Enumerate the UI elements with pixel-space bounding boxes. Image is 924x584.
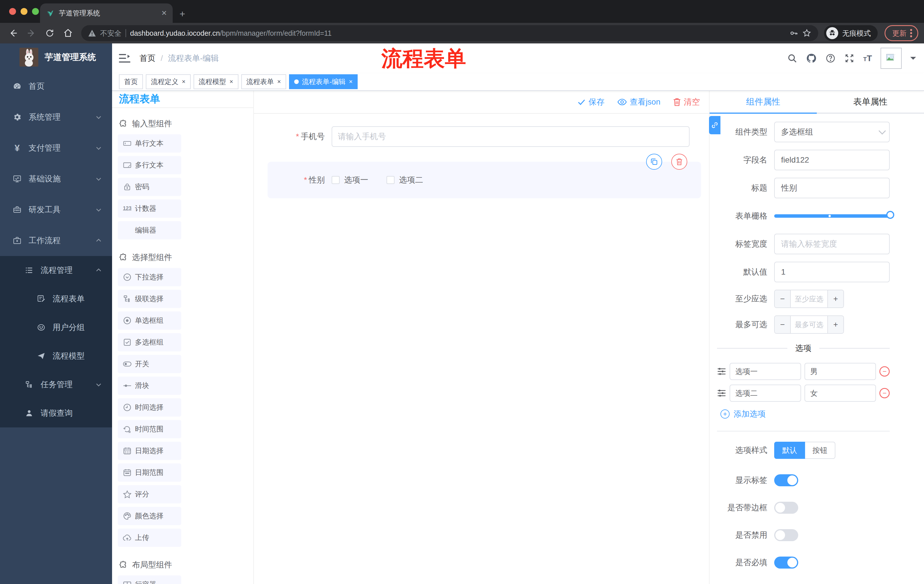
- palette-item-rate[interactable]: 评分: [118, 485, 181, 503]
- sidebar-item-workflow[interactable]: 工作流程: [0, 225, 112, 256]
- palette-item-password[interactable]: 密码: [118, 178, 181, 196]
- phone-input[interactable]: [332, 126, 690, 147]
- sidebar-item-process-model[interactable]: 流程模型: [0, 342, 112, 370]
- palette-item-time-range[interactable]: 时间范围: [118, 420, 181, 438]
- save-button[interactable]: 保存: [577, 97, 605, 107]
- tag-process-form-edit[interactable]: 流程表单-编辑×: [289, 74, 358, 89]
- forward-icon[interactable]: [24, 26, 39, 41]
- option-value-input[interactable]: [805, 385, 876, 402]
- address-bar[interactable]: 不安全 dashboard.yudao.iocoder.cn/bpm/manag…: [81, 25, 818, 41]
- github-icon[interactable]: [806, 53, 817, 64]
- fullscreen-icon[interactable]: [844, 53, 855, 63]
- palette-item-time-picker[interactable]: 时间选择: [118, 398, 181, 416]
- help-icon[interactable]: [825, 53, 836, 63]
- option-style-button[interactable]: 按钮: [805, 442, 835, 459]
- checkbox[interactable]: [332, 176, 340, 184]
- decrease-button[interactable]: −: [775, 316, 791, 333]
- tag-home[interactable]: 首页: [119, 74, 143, 89]
- tag-process-definition[interactable]: 流程定义×: [146, 74, 191, 89]
- palette-item-cascader[interactable]: 级联选择: [118, 290, 181, 308]
- window-controls[interactable]: [9, 8, 39, 15]
- search-icon[interactable]: [787, 53, 797, 63]
- required-toggle[interactable]: [774, 556, 798, 569]
- remove-option-button[interactable]: −: [879, 388, 890, 398]
- canvas-field-phone[interactable]: *手机号: [267, 126, 690, 147]
- sidebar-item-leave-query[interactable]: 请假查询: [0, 399, 112, 428]
- kebab-menu-icon[interactable]: [910, 29, 912, 38]
- sidebar-item-system[interactable]: 系统管理: [0, 102, 112, 133]
- tab-component-props[interactable]: 组件属性: [710, 91, 817, 113]
- sidebar-item-home[interactable]: 首页: [0, 71, 112, 102]
- increase-button[interactable]: +: [827, 290, 843, 308]
- browser-tab[interactable]: 芋道管理系统 ✕: [40, 3, 173, 23]
- show-label-toggle[interactable]: [774, 474, 798, 486]
- default-value-input[interactable]: [774, 262, 890, 282]
- tag-process-form[interactable]: 流程表单×: [241, 74, 286, 89]
- add-option-button[interactable]: + 添加选项: [721, 409, 890, 419]
- tag-close-icon[interactable]: ×: [349, 78, 353, 86]
- font-size-icon[interactable]: TT: [863, 53, 872, 63]
- key-icon[interactable]: [789, 29, 798, 38]
- close-window-button[interactable]: [9, 8, 16, 15]
- link-tag-button[interactable]: [709, 116, 721, 134]
- gender-option-1[interactable]: 选项一: [332, 174, 368, 186]
- sidebar-item-infrastructure[interactable]: 基础设施: [0, 163, 112, 194]
- option-label-input[interactable]: [729, 385, 801, 402]
- breadcrumb-home[interactable]: 首页: [140, 53, 155, 64]
- tag-process-model[interactable]: 流程模型×: [193, 74, 238, 89]
- new-tab-button[interactable]: +: [180, 8, 185, 20]
- field-name-input[interactable]: [774, 150, 890, 170]
- option-label-input[interactable]: [729, 363, 801, 380]
- hamburger-collapse-icon[interactable]: [119, 53, 130, 63]
- border-toggle[interactable]: [774, 502, 798, 514]
- sidebar-item-process-form[interactable]: 流程表单: [0, 285, 112, 313]
- tab-form-props[interactable]: 表单属性: [817, 91, 924, 113]
- back-icon[interactable]: [6, 26, 21, 41]
- max-select-placeholder[interactable]: 最多可选: [791, 316, 827, 333]
- palette-item-single-line-text[interactable]: 单行文本: [118, 134, 181, 153]
- drag-handle-icon[interactable]: [717, 389, 726, 397]
- drag-handle-icon[interactable]: [717, 367, 726, 375]
- palette-item-select[interactable]: 下拉选择: [118, 268, 181, 286]
- min-select-placeholder[interactable]: 至少应选: [791, 290, 827, 308]
- form-grid-slider[interactable]: [774, 206, 890, 226]
- tab-close-icon[interactable]: ✕: [161, 9, 167, 17]
- reload-icon[interactable]: [42, 26, 57, 41]
- delete-component-button[interactable]: [671, 154, 687, 170]
- palette-item-row-container[interactable]: 行容器: [118, 576, 181, 584]
- palette-item-slider[interactable]: 滑块: [118, 377, 181, 395]
- avatar[interactable]: [881, 48, 902, 69]
- palette-item-counter[interactable]: 123 计数器: [118, 199, 181, 218]
- palette-item-date-picker[interactable]: 日期选择: [118, 442, 181, 460]
- palette-item-date-range[interactable]: 日期范围: [118, 464, 181, 482]
- option-style-default[interactable]: 默认: [774, 442, 805, 459]
- increase-button[interactable]: +: [827, 316, 843, 333]
- clear-button[interactable]: 清空: [673, 97, 700, 107]
- maximize-window-button[interactable]: [32, 8, 39, 15]
- component-type-value[interactable]: [774, 122, 890, 142]
- disabled-toggle[interactable]: [774, 529, 798, 541]
- palette-item-switch[interactable]: 开关: [118, 355, 181, 373]
- palette-item-checkbox-group[interactable]: 多选框组: [118, 333, 181, 351]
- palette-item-multi-line-text[interactable]: 多行文本: [118, 156, 181, 174]
- slider-handle[interactable]: [886, 211, 894, 219]
- checkbox[interactable]: [386, 176, 394, 184]
- palette-item-radio-group[interactable]: 单选框组: [118, 311, 181, 330]
- palette-item-upload[interactable]: 上传: [118, 528, 181, 547]
- view-json-button[interactable]: 查看json: [617, 97, 660, 107]
- component-type-select[interactable]: [774, 122, 890, 142]
- bookmark-star-icon[interactable]: [802, 29, 811, 38]
- sidebar-item-task-management[interactable]: 任务管理: [0, 370, 112, 399]
- minimize-window-button[interactable]: [21, 8, 28, 15]
- home-icon[interactable]: [61, 26, 76, 41]
- canvas-field-gender-selected[interactable]: *性别 选项一 选项二: [267, 162, 701, 198]
- label-width-input[interactable]: [774, 234, 890, 254]
- slider-track[interactable]: [774, 214, 890, 218]
- option-value-input[interactable]: [805, 363, 876, 380]
- sidebar-item-dev-tools[interactable]: 研发工具: [0, 194, 112, 225]
- browser-update-button[interactable]: 更新: [884, 25, 918, 41]
- duplicate-component-button[interactable]: [646, 154, 662, 170]
- tag-close-icon[interactable]: ×: [182, 78, 186, 86]
- title-input[interactable]: [774, 178, 890, 198]
- sidebar-item-process-management[interactable]: 流程管理: [0, 256, 112, 285]
